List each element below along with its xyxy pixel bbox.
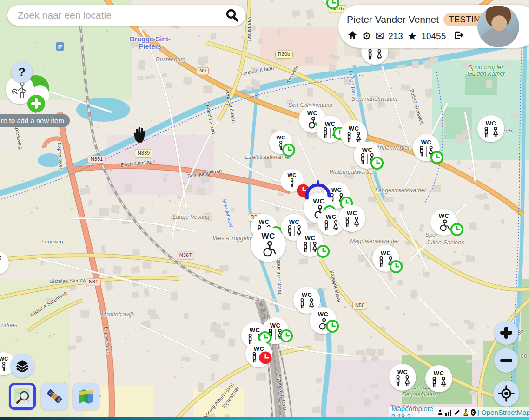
add-new-item-button[interactable] <box>27 95 45 112</box>
opening-hours-open-badge <box>316 244 330 260</box>
help-button[interactable]: ? <box>11 61 33 83</box>
search-icon[interactable] <box>225 8 239 22</box>
search-input[interactable] <box>17 9 225 21</box>
satellite-icon <box>46 387 63 405</box>
opening-hours-open-badge <box>389 260 403 276</box>
changeset-count: 10455 <box>421 31 446 41</box>
wc-marker[interactable]: WC <box>425 365 452 392</box>
opening-hours-open-badge <box>282 143 296 159</box>
plus-icon <box>499 326 513 340</box>
pencil-icon[interactable] <box>454 409 461 416</box>
opening-hours-open-badge <box>450 223 464 238</box>
layers-icon <box>16 359 29 372</box>
basemap-osm-button[interactable] <box>9 383 36 410</box>
folded-map-icon <box>77 387 95 405</box>
closed-badge <box>258 351 272 367</box>
flask-icon[interactable] <box>463 409 469 416</box>
geolocate-button[interactable] <box>493 381 519 407</box>
messages-envelope-icon[interactable]: ✉ <box>376 31 384 41</box>
opening-hours-open-badge <box>326 0 340 12</box>
add-item-tooltip: re to add a new item <box>0 114 70 127</box>
home-icon[interactable] <box>347 30 358 43</box>
copyright-icon[interactable]: c <box>471 409 476 416</box>
opening-hours-open-badge <box>370 156 384 172</box>
poi-markers-layer: WCWCWCWCWCWCWCWCWCWCWCWCWCWCWCWCWCWCWCWC… <box>0 0 529 420</box>
contributors-icon[interactable] <box>437 409 443 416</box>
wc-marker[interactable]: WC <box>0 251 9 275</box>
osm-link[interactable]: OpenStreetMap <box>481 408 529 416</box>
crosshair-icon <box>498 385 515 402</box>
map-app: Brugge-Sint-PietersRustenburgVaartstraat… <box>0 0 529 420</box>
attribution-bar: Mapcomplete 0.18.2 c | OpenStreetMap <box>389 407 529 417</box>
opening-hours-open-badge <box>325 319 339 335</box>
logout-icon[interactable] <box>453 30 464 43</box>
wc-marker[interactable]: WC <box>251 227 286 262</box>
wc-marker[interactable]: WC <box>477 115 504 142</box>
user-avatar[interactable] <box>477 6 519 47</box>
user-panel: Pieter Vander Vennet TESTING ⚙ ✉ 213 ★ 1… <box>338 5 529 48</box>
opening-hours-open-badge <box>430 151 444 166</box>
minus-icon <box>499 354 513 368</box>
settings-gear-icon[interactable]: ⚙ <box>362 31 371 41</box>
zoom-out-button[interactable] <box>494 348 518 373</box>
basemap-carto-button[interactable] <box>73 383 99 410</box>
basemap-satellite-button[interactable] <box>41 383 68 410</box>
attribution-separator: | <box>477 408 479 416</box>
wc-marker[interactable]: WC <box>389 364 416 391</box>
blue-arc-marker[interactable] <box>304 180 332 203</box>
hand-cursor-icon <box>132 126 148 145</box>
messages-count: 213 <box>388 31 403 41</box>
zoom-in-button[interactable] <box>494 321 518 345</box>
user-name[interactable]: Pieter Vander Vennet <box>347 14 439 25</box>
bottom-accent-strip <box>0 417 529 420</box>
wc-marker[interactable]: WC <box>338 205 365 232</box>
statistics-icon[interactable] <box>445 409 452 416</box>
star-icon[interactable]: ★ <box>407 31 417 42</box>
layers-button[interactable] <box>10 354 34 378</box>
osm-logo-icon <box>14 388 31 405</box>
search-bar <box>7 5 245 26</box>
opening-hours-open-badge <box>279 329 293 345</box>
